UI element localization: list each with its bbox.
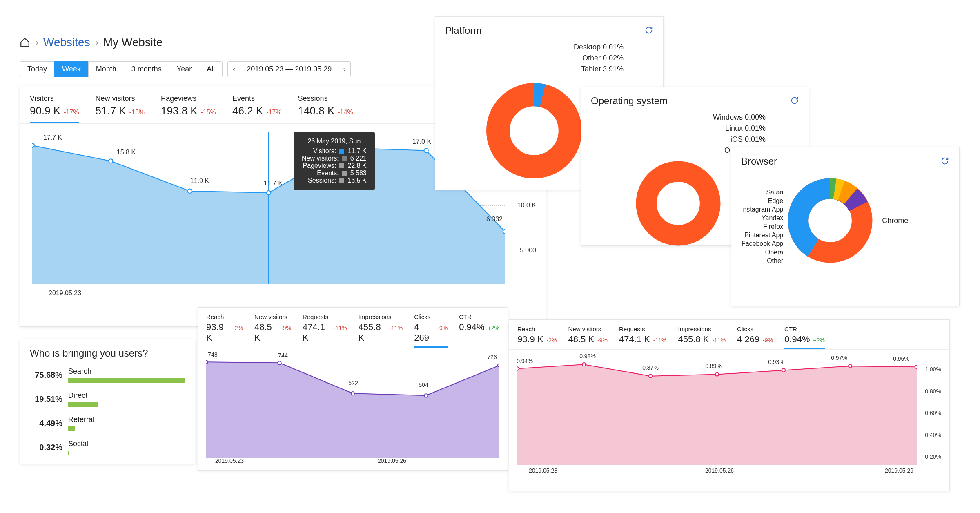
kpi-tab[interactable]: Sessions 140.8 K -14% — [298, 94, 353, 123]
svg-point-11 — [206, 360, 208, 364]
kpi-label: Clicks — [737, 326, 773, 332]
donut-label: Yandex — [741, 214, 783, 222]
source-pct: 75.68% — [30, 370, 62, 380]
range-3months[interactable]: 3 months — [124, 61, 169, 77]
refresh-icon[interactable] — [940, 156, 949, 165]
data-label: 0.93% — [768, 359, 784, 365]
svg-point-1 — [32, 143, 34, 147]
kpi-value: 4 269 — [737, 334, 760, 345]
svg-point-18 — [649, 375, 652, 378]
breadcrumb-websites[interactable]: Websites — [43, 36, 90, 49]
donut-label: Pinterest App — [741, 232, 783, 239]
date-next-button[interactable]: › — [338, 62, 350, 77]
source-row[interactable]: 75.68% Search — [20, 367, 195, 391]
x-tick: 2019.05.29 — [885, 467, 913, 474]
kpi-tab[interactable]: Impressions 455.8 K -11% — [359, 313, 403, 348]
home-icon[interactable] — [20, 37, 30, 48]
kpi-tab[interactable]: Pageviews 193.8 K -15% — [161, 94, 216, 123]
kpi-tab[interactable]: Reach 93.9 K -2% — [517, 326, 557, 349]
kpi-value: 140.8 K — [298, 105, 335, 117]
kpi-tab[interactable]: Requests 474.1 K -11% — [303, 313, 347, 348]
kpi-tab[interactable]: Reach 93.9 K -2% — [206, 313, 243, 348]
data-label: 11.7 K — [264, 180, 283, 187]
svg-point-16 — [517, 367, 519, 370]
kpi-label: CTR — [784, 326, 825, 332]
kpi-delta: -15% — [201, 109, 216, 116]
kpi-tab[interactable]: Impressions 455.8 K -11% — [678, 326, 726, 349]
kpi-tab[interactable]: Requests 474.1 K -11% — [619, 326, 667, 349]
svg-point-15 — [498, 364, 499, 367]
data-label: 522 — [348, 380, 358, 386]
source-row[interactable]: 4.49% Referral — [20, 415, 195, 439]
date-range-label[interactable]: 2019.05.23 — 2019.05.29 — [240, 62, 338, 77]
date-prev-button[interactable]: ‹ — [228, 62, 240, 77]
ctr-panel: Reach 93.9 K -2%New visitors 48.5 K -9%R… — [509, 319, 950, 491]
data-label: 0.98% — [579, 353, 596, 359]
card-title: Operating system — [581, 87, 809, 107]
source-row[interactable]: 0.32% Social — [20, 439, 195, 464]
kpi-tab[interactable]: CTR 0.94% +2% — [784, 326, 825, 349]
kpi-tab[interactable]: Events 46.2 K -17% — [232, 94, 282, 123]
kpi-delta: -14% — [338, 109, 353, 116]
kpi-label: Visitors — [30, 94, 79, 103]
source-bar — [68, 426, 75, 431]
chevron-right-icon: › — [35, 37, 38, 48]
range-year[interactable]: Year — [169, 61, 199, 77]
clicks-chart: 748 744 522 504 726 2019.05.23 2019.05.2… — [198, 348, 508, 471]
svg-point-14 — [424, 394, 428, 397]
range-today[interactable]: Today — [20, 61, 55, 77]
source-bar — [68, 402, 98, 407]
kpi-value: 0.94% — [459, 322, 484, 332]
kpi-label: Reach — [517, 326, 557, 332]
range-all[interactable]: All — [199, 61, 223, 77]
traffic-sources-card: Who is bringing you users? 75.68% Search… — [20, 339, 195, 464]
donut-labels: Desktop 0.01%Other 0.02%Tablet 3.91% — [574, 43, 624, 74]
chevron-right-icon: › — [95, 37, 98, 48]
kpi-tab[interactable]: New visitors 48.5 K -9% — [254, 313, 291, 348]
ctr-chart: 0.94% 0.98% 0.87% 0.89% 0.93% 0.97% 0.96… — [509, 350, 949, 480]
kpi-label: Impressions — [359, 313, 403, 320]
kpi-label: Requests — [619, 326, 667, 332]
kpi-value: 46.2 K — [232, 105, 263, 117]
x-tick: 2019.05.26 — [378, 457, 406, 464]
kpi-tab[interactable]: CTR 0.94% +2% — [459, 313, 499, 348]
refresh-icon[interactable] — [790, 96, 799, 105]
kpi-label: Clicks — [414, 313, 448, 320]
kpi-tab[interactable]: Visitors 90.9 K -17% — [30, 94, 79, 123]
kpi-label: Reach — [206, 313, 243, 320]
tooltip-date: 26 May 2019, Sun — [302, 138, 367, 145]
donut-label: Windows 0.00% — [713, 113, 766, 122]
area-chart-svg — [206, 358, 499, 458]
donut-label: Linux 0.01% — [713, 124, 766, 133]
data-label: 0.89% — [705, 363, 722, 369]
y-tick: 10.0 K — [517, 202, 536, 209]
tooltip-row-value: 11.7 K — [347, 147, 366, 155]
kpi-value: 474.1 K — [619, 334, 650, 345]
donut-label: Other — [741, 257, 783, 265]
kpi-label: Requests — [303, 313, 347, 320]
data-label: 0.97% — [831, 355, 847, 361]
svg-point-22 — [915, 365, 917, 368]
donut-chart — [631, 156, 725, 250]
y-tick: 1.00% — [925, 366, 941, 372]
color-swatch — [339, 178, 344, 183]
donut-label: Desktop 0.01% — [574, 43, 624, 51]
svg-point-2 — [109, 159, 113, 163]
kpi-label: CTR — [459, 313, 499, 320]
kpi-value: 48.5 K — [254, 322, 278, 343]
data-label: 0.96% — [893, 355, 909, 362]
source-name: Referral — [68, 415, 185, 424]
kpi-tab[interactable]: New visitors 48.5 K -9% — [568, 326, 608, 349]
kpi-delta: -17% — [266, 109, 281, 116]
svg-point-19 — [715, 373, 719, 376]
refresh-icon[interactable] — [644, 26, 653, 35]
donut-label: Opera — [741, 249, 783, 256]
kpi-label: New visitors — [568, 326, 608, 332]
kpi-tab[interactable]: Clicks 4 269 -9% — [737, 326, 773, 349]
kpi-tab[interactable]: Clicks 4 269 -9% — [414, 313, 448, 348]
range-week[interactable]: Week — [54, 61, 89, 77]
source-row[interactable]: 19.51% Direct — [20, 391, 195, 415]
source-name: Social — [68, 439, 185, 448]
range-month[interactable]: Month — [88, 61, 124, 77]
kpi-tab[interactable]: New visitors 51.7 K -15% — [96, 94, 145, 123]
